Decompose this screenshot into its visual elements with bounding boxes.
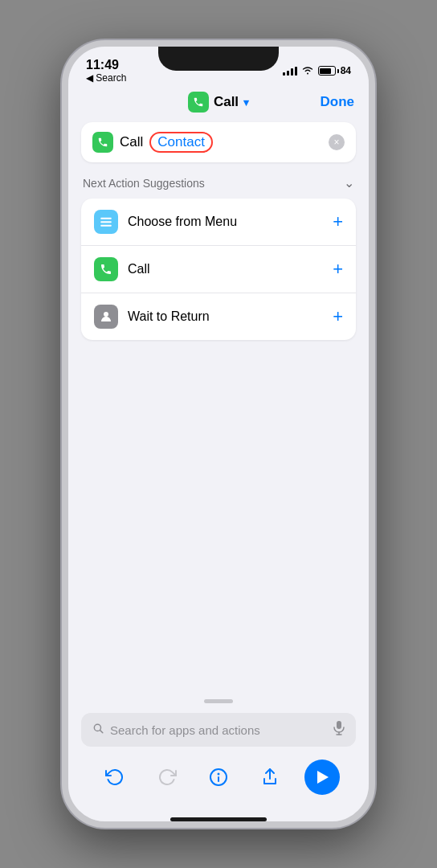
- drag-handle: [204, 699, 233, 703]
- share-button[interactable]: [252, 760, 288, 795]
- add-icon-2[interactable]: +: [333, 260, 343, 278]
- search-placeholder: Search for apps and actions: [110, 723, 327, 737]
- section-title: Next Action Suggestions: [83, 177, 205, 190]
- add-icon-3[interactable]: +: [333, 308, 343, 326]
- action-prefix-label: Call: [120, 134, 143, 150]
- clear-button[interactable]: ×: [329, 134, 345, 150]
- header-call-label: Call: [214, 94, 239, 110]
- svg-rect-2: [100, 225, 112, 227]
- action-card-left: Call Contact: [92, 132, 213, 153]
- microphone-icon[interactable]: [333, 721, 345, 739]
- phone-frame: 11:49 ◀ Search: [62, 40, 375, 828]
- search-bar[interactable]: Search for apps and actions: [81, 713, 356, 747]
- chevron-down-icon[interactable]: ▾: [243, 96, 249, 108]
- add-icon-1[interactable]: +: [333, 213, 343, 231]
- screen: 11:49 ◀ Search: [68, 47, 369, 821]
- contact-pill[interactable]: Contact: [149, 132, 213, 153]
- suggestion-left-2: Call: [94, 257, 150, 281]
- battery-body: [318, 66, 336, 76]
- info-button[interactable]: [201, 760, 236, 795]
- toolbar: [81, 760, 356, 795]
- status-time: 11:49: [86, 58, 126, 72]
- list-item[interactable]: Wait to Return +: [81, 293, 356, 340]
- call-icon-card: [92, 132, 113, 153]
- status-right: 84: [283, 65, 351, 77]
- status-left: 11:49 ◀ Search: [86, 58, 126, 84]
- action-card: Call Contact ×: [81, 122, 356, 162]
- suggestion-label-2: Call: [128, 262, 150, 276]
- status-search: ◀ Search: [86, 72, 126, 84]
- menu-icon: [94, 210, 118, 234]
- svg-rect-6: [337, 721, 341, 729]
- wifi-icon: [301, 65, 314, 77]
- bottom-area: Search for apps and actions: [68, 691, 369, 811]
- battery-label: 84: [341, 65, 351, 76]
- call-icon-header: [188, 92, 209, 113]
- call-icon: [94, 257, 118, 281]
- header: Call ▾ Done: [68, 87, 369, 117]
- suggestion-label-3: Wait to Return: [128, 309, 210, 324]
- list-item[interactable]: Call +: [81, 246, 356, 293]
- suggestion-label-1: Choose from Menu: [128, 215, 237, 229]
- redo-button[interactable]: [149, 760, 185, 795]
- battery-tip: [337, 69, 339, 73]
- play-button[interactable]: [304, 760, 340, 795]
- suggestion-list: Choose from Menu + Call +: [81, 199, 356, 340]
- header-title: Call ▾: [188, 92, 249, 113]
- svg-line-5: [100, 731, 103, 733]
- spacer: [68, 340, 369, 691]
- section-chevron-icon[interactable]: ⌄: [344, 175, 354, 190]
- notch: [158, 47, 279, 71]
- home-indicator: [170, 817, 267, 821]
- search-icon: [92, 723, 104, 737]
- svg-point-3: [104, 312, 108, 317]
- done-button[interactable]: Done: [321, 94, 355, 110]
- signal-bars: [283, 67, 297, 76]
- battery-fill: [320, 68, 331, 74]
- undo-button[interactable]: [97, 760, 133, 795]
- list-item[interactable]: Choose from Menu +: [81, 199, 356, 246]
- wait-icon: [94, 305, 118, 329]
- battery: 84: [318, 65, 351, 76]
- svg-marker-12: [317, 771, 329, 784]
- svg-rect-0: [100, 218, 112, 219]
- suggestion-left-1: Choose from Menu: [94, 210, 237, 234]
- section-header: Next Action Suggestions ⌄: [68, 172, 369, 199]
- suggestion-left-3: Wait to Return: [94, 305, 210, 329]
- svg-rect-1: [100, 221, 112, 223]
